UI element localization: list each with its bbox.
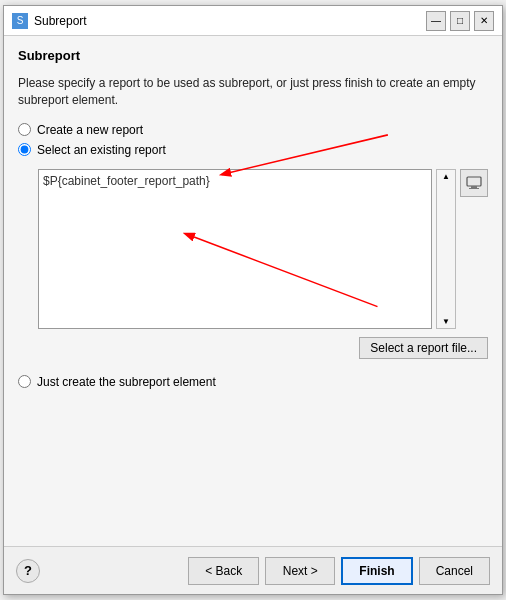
back-button[interactable]: < Back <box>188 557 259 585</box>
section-title: Subreport <box>18 48 488 63</box>
monitor-icon <box>466 175 482 191</box>
svg-rect-2 <box>469 188 479 189</box>
radio-just-create-wrapper: Just create the subreport element <box>18 375 488 389</box>
radio-select-existing[interactable] <box>18 143 31 156</box>
window-icon: S <box>12 13 28 29</box>
restore-button[interactable]: □ <box>450 11 470 31</box>
radio-create-label: Create a new report <box>37 123 143 137</box>
title-bar-buttons: — □ ✕ <box>426 11 494 31</box>
svg-rect-0 <box>467 177 481 186</box>
radio-create-item[interactable]: Create a new report <box>18 123 488 137</box>
scroll-up-icon[interactable]: ▲ <box>442 170 450 181</box>
radio-group: Create a new report Select an existing r… <box>18 123 488 157</box>
description-text: Please specify a report to be used as su… <box>18 75 488 109</box>
dialog-window: S Subreport — □ ✕ Subreport Please speci… <box>3 5 503 595</box>
window-title: Subreport <box>34 14 87 28</box>
next-button[interactable]: Next > <box>265 557 335 585</box>
dialog-footer: ? < Back Next > Finish Cancel <box>4 546 502 594</box>
svg-rect-1 <box>471 186 477 188</box>
radio-just-create-item[interactable]: Just create the subreport element <box>18 375 488 389</box>
radio-existing-label: Select an existing report <box>37 143 166 157</box>
radio-just-create-label: Just create the subreport element <box>37 375 216 389</box>
radio-just-create[interactable] <box>18 375 31 388</box>
select-report-file-button[interactable]: Select a report file... <box>359 337 488 359</box>
minimize-button[interactable]: — <box>426 11 446 31</box>
cancel-button[interactable]: Cancel <box>419 557 490 585</box>
report-path-textarea[interactable] <box>38 169 432 329</box>
title-bar: S Subreport — □ ✕ <box>4 6 502 36</box>
footer-left: ? <box>16 559 40 583</box>
radio-existing-item[interactable]: Select an existing report <box>18 143 488 157</box>
dialog-content: Subreport Please specify a report to be … <box>4 36 502 546</box>
finish-button[interactable]: Finish <box>341 557 412 585</box>
scrollbar: ▲ ▼ <box>436 169 456 329</box>
scroll-down-icon[interactable]: ▼ <box>442 317 450 328</box>
browse-btn-row: Select a report file... <box>38 337 488 359</box>
help-button[interactable]: ? <box>16 559 40 583</box>
title-bar-left: S Subreport <box>12 13 87 29</box>
report-icon-button[interactable] <box>460 169 488 197</box>
radio-create-new[interactable] <box>18 123 31 136</box>
report-area-wrapper: ▲ ▼ <box>38 169 488 329</box>
close-button[interactable]: ✕ <box>474 11 494 31</box>
footer-right: < Back Next > Finish Cancel <box>188 557 490 585</box>
